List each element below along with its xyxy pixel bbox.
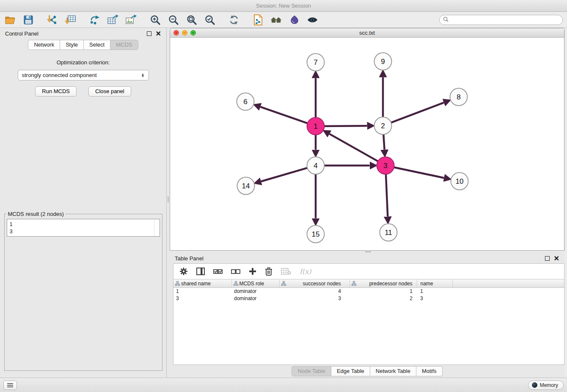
refresh-icon[interactable] (228, 14, 239, 25)
result-item[interactable]: 3 (10, 228, 151, 235)
tab-network-table[interactable]: Network Table (370, 366, 416, 376)
tab-style[interactable]: Style (60, 40, 83, 50)
zoom-fit-icon[interactable] (186, 14, 197, 25)
save-session-icon[interactable] (22, 14, 34, 25)
zoom-in-icon[interactable] (149, 14, 161, 25)
close-panel-icon[interactable]: ✕ (156, 31, 161, 36)
open-session-icon[interactable] (4, 14, 16, 25)
svg-text:2: 2 (381, 122, 385, 130)
delete-column-trash-icon[interactable] (265, 266, 272, 276)
import-table-icon[interactable] (65, 14, 76, 25)
tab-network[interactable]: Network (28, 40, 60, 50)
graph-node-10[interactable]: 10 (451, 173, 468, 190)
table-cell[interactable]: 2 (350, 295, 417, 302)
tab-select[interactable]: Select (83, 40, 110, 50)
select-all-columns-icon[interactable] (213, 266, 223, 276)
mcds-result-title: MCDS result (2 nodes) (7, 211, 65, 217)
table-row[interactable]: 3dominator323 (173, 295, 564, 302)
export-network-icon[interactable] (89, 14, 100, 25)
table-header-row: shared name MCDS role successor nodes (173, 279, 564, 288)
graph-edge-1-2[interactable] (325, 126, 367, 126)
import-network-icon[interactable] (47, 14, 58, 25)
table-cell[interactable]: 1 (417, 288, 452, 295)
network-window-titlebar[interactable]: × − + scc.txt (170, 28, 564, 38)
graph-edge-1-6[interactable] (260, 107, 307, 123)
network-home-icon[interactable] (270, 14, 282, 25)
search-field[interactable] (439, 15, 563, 25)
add-column-icon[interactable] (249, 266, 256, 276)
graph-node-7[interactable]: 7 (307, 54, 325, 71)
graph-node-2[interactable]: 2 (374, 117, 392, 135)
table-row[interactable]: 1dominator411 (173, 288, 564, 295)
graph-edge-2-8[interactable] (391, 102, 444, 122)
horizontal-splitter[interactable] (170, 251, 564, 253)
tab-mcds[interactable]: MCDS (110, 40, 138, 50)
column-header-mcds-role[interactable]: MCDS role (231, 279, 279, 288)
column-header-successor-nodes[interactable]: successor nodes (279, 279, 350, 288)
graph-node-15[interactable]: 15 (307, 226, 325, 243)
window-close-button[interactable]: × (173, 30, 179, 36)
close-table-panel-icon[interactable]: ✕ (554, 256, 559, 261)
show-panel-button[interactable] (3, 381, 17, 390)
export-image-icon[interactable] (125, 14, 137, 25)
column-header-name[interactable]: name (417, 279, 452, 288)
search-input[interactable] (451, 17, 559, 23)
graph-node-8[interactable]: 8 (450, 88, 468, 106)
svg-text:10: 10 (456, 177, 464, 185)
eye-icon[interactable] (307, 14, 318, 25)
tab-motifs[interactable]: Motifs (416, 366, 443, 376)
clone-network-icon[interactable] (252, 14, 264, 25)
table-panel-title: Table Panel (175, 255, 204, 262)
graph-node-1[interactable]: 1 (307, 118, 325, 135)
zoom-out-icon[interactable] (168, 14, 179, 25)
criterion-dropdown[interactable]: strongly connected component ▲▼ (18, 70, 149, 80)
graph-edge-4-14[interactable] (261, 168, 307, 182)
table-cell[interactable]: 1 (173, 288, 231, 295)
vertical-splitter[interactable] (167, 28, 170, 378)
graph-node-3[interactable]: 3 (377, 157, 394, 174)
float-table-panel-icon[interactable] (545, 256, 550, 261)
column-header-shared-name[interactable]: shared name (173, 279, 231, 288)
main-toolbar (0, 12, 567, 28)
table-cell[interactable]: dominator (231, 288, 279, 295)
control-panel-title: Control Panel (5, 30, 39, 37)
network-canvas[interactable]: 1234678910111415 (170, 38, 564, 250)
run-mcds-button[interactable]: Run MCDS (35, 86, 77, 97)
float-panel-icon[interactable] (147, 31, 151, 36)
table-cell[interactable]: 1 (350, 288, 417, 295)
table-cell[interactable]: 4 (279, 288, 350, 295)
graph-node-4[interactable]: 4 (307, 157, 325, 174)
result-item[interactable]: 1 (10, 221, 151, 228)
graph-node-9[interactable]: 9 (374, 53, 392, 70)
result-scrollbar[interactable] (154, 219, 160, 236)
column-header-predecessor-nodes[interactable]: predecessor nodes (350, 279, 417, 288)
column-type-icon (352, 281, 356, 287)
table-cell[interactable]: dominator (231, 295, 279, 302)
unselect-all-columns-icon[interactable] (231, 266, 240, 276)
column-chooser-icon[interactable] (196, 266, 205, 276)
graph-node-14[interactable]: 14 (237, 177, 255, 195)
zoom-selected-icon[interactable] (204, 14, 215, 25)
table-cell[interactable]: 3 (279, 295, 350, 302)
window-minimize-button[interactable]: − (182, 30, 187, 36)
table-cell[interactable]: 3 (417, 295, 452, 302)
tab-edge-table[interactable]: Edge Table (331, 366, 370, 376)
tab-node-table[interactable]: Node Table (292, 366, 331, 376)
close-panel-button[interactable]: Close panel (88, 86, 131, 97)
graph-edge-3-1[interactable] (330, 134, 378, 161)
graph-edge-3-10[interactable] (394, 167, 444, 178)
svg-text:8: 8 (457, 93, 460, 101)
graph-edge-3-11[interactable] (386, 174, 388, 217)
window-zoom-button[interactable]: + (190, 30, 196, 36)
graph-node-6[interactable]: 6 (237, 93, 254, 110)
graph-edge-2-3[interactable] (383, 135, 384, 150)
graph-node-11[interactable]: 11 (380, 224, 397, 241)
table-settings-gear-icon[interactable] (179, 266, 188, 276)
style-brush-icon[interactable] (289, 14, 300, 25)
mcds-result-list[interactable]: 1 3 (7, 219, 160, 237)
table-cell[interactable]: 3 (173, 295, 231, 302)
export-table-icon[interactable] (107, 14, 118, 25)
network-view[interactable]: 1234678910111415 (170, 38, 564, 250)
memory-button[interactable]: Memory (528, 381, 564, 390)
mcds-result-group: MCDS result (2 nodes) 1 3 (4, 211, 162, 371)
